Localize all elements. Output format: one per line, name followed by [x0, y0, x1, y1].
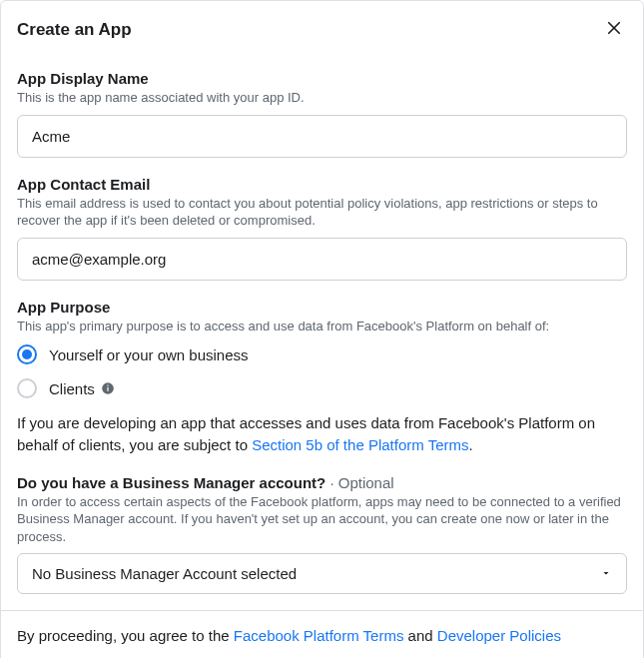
clients-text: Clients [49, 380, 95, 397]
contact-email-section: App Contact Email This email address is … [17, 176, 627, 281]
create-app-modal: Create an App App Display Name This is t… [0, 0, 644, 658]
bm-select[interactable]: No Business Manager Account selected [17, 553, 627, 594]
radio-icon-unselected [17, 378, 37, 398]
platform-terms-5b-link[interactable]: Section 5b of the Platform Terms [252, 436, 468, 453]
agree-mid: and [403, 627, 436, 644]
contact-email-help: This email address is used to contact yo… [17, 195, 627, 230]
purpose-radio-clients[interactable]: Clients [17, 378, 627, 398]
policy-note-post: . [468, 436, 472, 453]
bm-label-text: Do you have a Business Manager account? [17, 474, 325, 491]
svg-rect-4 [107, 385, 108, 386]
bm-select-wrap: No Business Manager Account selected [17, 553, 627, 594]
modal-body: App Display Name This is the app name as… [1, 52, 643, 610]
purpose-help: This app's primary purpose is to access … [17, 318, 627, 335]
display-name-input[interactable] [17, 115, 627, 158]
platform-terms-link[interactable]: Facebook Platform Terms [234, 627, 404, 644]
agree-line: By proceeding, you agree to the Facebook… [17, 627, 627, 644]
contact-email-label: App Contact Email [17, 176, 627, 193]
bm-optional-suffix: · Optional [325, 474, 393, 491]
purpose-radio-clients-label: Clients [49, 380, 115, 397]
modal-title: Create an App [17, 20, 132, 40]
display-name-label: App Display Name [17, 70, 627, 87]
business-manager-section: Do you have a Business Manager account? … [17, 474, 627, 595]
purpose-radio-group: Yourself or your own business Clients [17, 344, 627, 398]
agree-pre: By proceeding, you agree to the [17, 627, 234, 644]
display-name-section: App Display Name This is the app name as… [17, 70, 627, 158]
developer-policies-link[interactable]: Developer Policies [437, 627, 561, 644]
modal-header: Create an App [1, 1, 643, 52]
svg-rect-3 [107, 387, 108, 391]
close-button[interactable] [601, 15, 627, 44]
info-icon[interactable] [101, 381, 115, 395]
purpose-radio-self[interactable]: Yourself or your own business [17, 344, 627, 364]
bm-select-value: No Business Manager Account selected [32, 565, 297, 582]
bm-help: In order to access certain aspects of th… [17, 493, 627, 546]
close-icon [605, 19, 623, 40]
caret-down-icon [600, 565, 612, 582]
purpose-section: App Purpose This app's primary purpose i… [17, 299, 627, 456]
purpose-label: App Purpose [17, 299, 627, 316]
bm-label: Do you have a Business Manager account? … [17, 474, 627, 491]
purpose-policy-note: If you are developing an app that access… [17, 412, 627, 456]
purpose-radio-self-label: Yourself or your own business [49, 346, 249, 363]
modal-footer: By proceeding, you agree to the Facebook… [1, 610, 643, 658]
radio-icon-selected [17, 344, 37, 364]
contact-email-input[interactable] [17, 238, 627, 281]
display-name-help: This is the app name associated with you… [17, 89, 627, 107]
